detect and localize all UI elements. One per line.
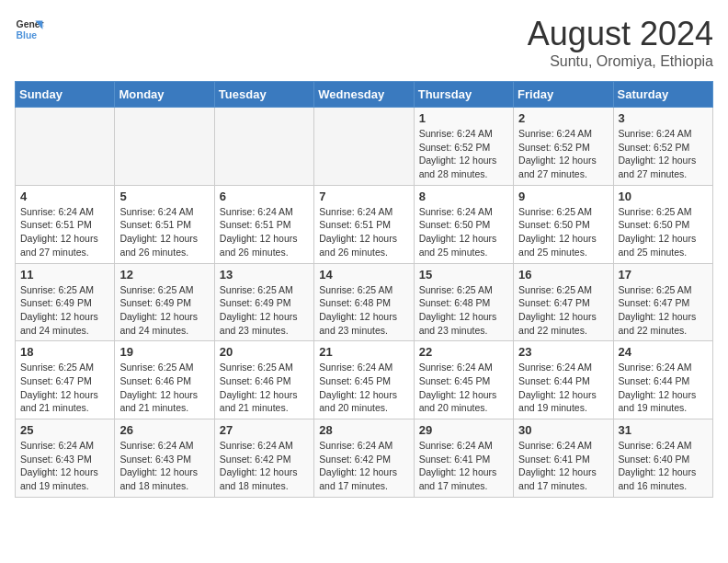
day-info: Sunrise: 6:25 AM Sunset: 6:50 PM Dayligh… bbox=[518, 205, 608, 259]
calendar-cell: 8Sunrise: 6:24 AM Sunset: 6:50 PM Daylig… bbox=[414, 185, 513, 263]
day-number: 3 bbox=[619, 111, 708, 125]
day-number: 20 bbox=[220, 345, 309, 359]
calendar-cell: 16Sunrise: 6:25 AM Sunset: 6:47 PM Dayli… bbox=[514, 263, 613, 341]
day-info: Sunrise: 6:24 AM Sunset: 6:45 PM Dayligh… bbox=[419, 361, 508, 415]
day-info: Sunrise: 6:24 AM Sunset: 6:52 PM Dayligh… bbox=[419, 127, 508, 181]
day-of-week-header: Monday bbox=[115, 82, 214, 108]
day-info: Sunrise: 6:25 AM Sunset: 6:49 PM Dayligh… bbox=[220, 283, 309, 338]
calendar-cell: 17Sunrise: 6:25 AM Sunset: 6:47 PM Dayli… bbox=[613, 263, 712, 341]
day-number: 8 bbox=[419, 190, 508, 203]
day-number: 23 bbox=[518, 345, 608, 359]
day-info: Sunrise: 6:24 AM Sunset: 6:52 PM Dayligh… bbox=[619, 127, 708, 181]
calendar-cell: 24Sunrise: 6:24 AM Sunset: 6:44 PM Dayli… bbox=[613, 341, 712, 419]
day-number: 13 bbox=[220, 268, 309, 282]
day-number: 11 bbox=[20, 268, 109, 282]
day-of-week-header: Saturday bbox=[613, 82, 712, 108]
day-info: Sunrise: 6:24 AM Sunset: 6:44 PM Dayligh… bbox=[518, 361, 608, 415]
day-info: Sunrise: 6:25 AM Sunset: 6:47 PM Dayligh… bbox=[20, 361, 109, 415]
day-number: 27 bbox=[220, 423, 309, 437]
calendar-cell: 28Sunrise: 6:24 AM Sunset: 6:42 PM Dayli… bbox=[314, 419, 414, 498]
day-info: Sunrise: 6:24 AM Sunset: 6:45 PM Dayligh… bbox=[319, 361, 408, 415]
calendar-cell: 29Sunrise: 6:24 AM Sunset: 6:41 PM Dayli… bbox=[414, 419, 513, 498]
day-number: 9 bbox=[518, 190, 608, 203]
day-info: Sunrise: 6:24 AM Sunset: 6:43 PM Dayligh… bbox=[20, 439, 109, 493]
calendar-cell: 4Sunrise: 6:24 AM Sunset: 6:51 PM Daylig… bbox=[16, 185, 115, 263]
day-of-week-header: Friday bbox=[514, 82, 613, 108]
day-number: 5 bbox=[119, 190, 209, 203]
calendar-cell: 6Sunrise: 6:24 AM Sunset: 6:51 PM Daylig… bbox=[214, 185, 313, 263]
svg-text:Blue: Blue bbox=[17, 30, 38, 40]
calendar-cell: 7Sunrise: 6:24 AM Sunset: 6:51 PM Daylig… bbox=[314, 185, 414, 263]
calendar-cell: 10Sunrise: 6:25 AM Sunset: 6:50 PM Dayli… bbox=[613, 185, 712, 263]
day-info: Sunrise: 6:25 AM Sunset: 6:50 PM Dayligh… bbox=[619, 205, 708, 259]
calendar-cell: 1Sunrise: 6:24 AM Sunset: 6:52 PM Daylig… bbox=[414, 108, 513, 186]
calendar-cell: 11Sunrise: 6:25 AM Sunset: 6:49 PM Dayli… bbox=[16, 263, 115, 341]
day-number: 25 bbox=[20, 423, 109, 437]
calendar-cell bbox=[214, 108, 313, 186]
day-info: Sunrise: 6:25 AM Sunset: 6:47 PM Dayligh… bbox=[518, 283, 608, 338]
day-number: 1 bbox=[419, 111, 508, 125]
day-number: 17 bbox=[619, 268, 708, 282]
logo-icon: General Blue bbox=[15, 15, 44, 44]
day-number: 6 bbox=[220, 190, 309, 203]
day-info: Sunrise: 6:25 AM Sunset: 6:49 PM Dayligh… bbox=[119, 283, 209, 338]
day-number: 24 bbox=[619, 345, 708, 359]
calendar-cell: 19Sunrise: 6:25 AM Sunset: 6:46 PM Dayli… bbox=[115, 341, 214, 419]
calendar-cell: 23Sunrise: 6:24 AM Sunset: 6:44 PM Dayli… bbox=[514, 341, 613, 419]
day-info: Sunrise: 6:24 AM Sunset: 6:42 PM Dayligh… bbox=[220, 439, 309, 493]
day-number: 16 bbox=[518, 268, 608, 282]
day-info: Sunrise: 6:24 AM Sunset: 6:51 PM Dayligh… bbox=[119, 205, 209, 259]
day-info: Sunrise: 6:24 AM Sunset: 6:50 PM Dayligh… bbox=[419, 205, 508, 259]
calendar-cell: 31Sunrise: 6:24 AM Sunset: 6:40 PM Dayli… bbox=[613, 419, 712, 498]
day-number: 28 bbox=[319, 423, 408, 437]
day-number: 12 bbox=[119, 268, 209, 282]
day-of-week-header: Sunday bbox=[16, 82, 115, 108]
calendar-cell: 12Sunrise: 6:25 AM Sunset: 6:49 PM Dayli… bbox=[115, 263, 214, 341]
calendar-cell: 15Sunrise: 6:25 AM Sunset: 6:48 PM Dayli… bbox=[414, 263, 513, 341]
calendar-table: SundayMondayTuesdayWednesdayThursdayFrid… bbox=[15, 81, 713, 498]
day-of-week-header: Tuesday bbox=[214, 82, 313, 108]
day-number: 21 bbox=[319, 345, 408, 359]
day-info: Sunrise: 6:25 AM Sunset: 6:49 PM Dayligh… bbox=[20, 283, 109, 338]
calendar-cell bbox=[115, 108, 214, 186]
day-info: Sunrise: 6:25 AM Sunset: 6:46 PM Dayligh… bbox=[119, 361, 209, 415]
day-number: 30 bbox=[518, 423, 608, 437]
day-info: Sunrise: 6:24 AM Sunset: 6:41 PM Dayligh… bbox=[419, 439, 508, 493]
calendar-cell: 18Sunrise: 6:25 AM Sunset: 6:47 PM Dayli… bbox=[16, 341, 115, 419]
calendar-cell: 22Sunrise: 6:24 AM Sunset: 6:45 PM Dayli… bbox=[414, 341, 513, 419]
day-number: 10 bbox=[619, 190, 708, 203]
day-info: Sunrise: 6:24 AM Sunset: 6:44 PM Dayligh… bbox=[619, 361, 708, 415]
calendar-cell: 3Sunrise: 6:24 AM Sunset: 6:52 PM Daylig… bbox=[613, 108, 712, 186]
location: Suntu, Oromiya, Ethiopia bbox=[528, 53, 713, 70]
day-number: 31 bbox=[619, 423, 708, 437]
day-number: 19 bbox=[119, 345, 209, 359]
calendar-cell: 9Sunrise: 6:25 AM Sunset: 6:50 PM Daylig… bbox=[514, 185, 613, 263]
day-info: Sunrise: 6:24 AM Sunset: 6:51 PM Dayligh… bbox=[20, 205, 109, 259]
day-number: 2 bbox=[518, 111, 608, 125]
day-info: Sunrise: 6:24 AM Sunset: 6:51 PM Dayligh… bbox=[220, 205, 309, 259]
day-number: 29 bbox=[419, 423, 508, 437]
calendar-cell: 30Sunrise: 6:24 AM Sunset: 6:41 PM Dayli… bbox=[514, 419, 613, 498]
day-info: Sunrise: 6:24 AM Sunset: 6:51 PM Dayligh… bbox=[319, 205, 408, 259]
calendar-cell: 5Sunrise: 6:24 AM Sunset: 6:51 PM Daylig… bbox=[115, 185, 214, 263]
day-info: Sunrise: 6:24 AM Sunset: 6:42 PM Dayligh… bbox=[319, 439, 408, 493]
day-info: Sunrise: 6:25 AM Sunset: 6:48 PM Dayligh… bbox=[319, 283, 408, 338]
calendar-cell: 26Sunrise: 6:24 AM Sunset: 6:43 PM Dayli… bbox=[115, 419, 214, 498]
calendar-cell: 25Sunrise: 6:24 AM Sunset: 6:43 PM Dayli… bbox=[16, 419, 115, 498]
month-title: August 2024 bbox=[528, 15, 713, 53]
day-info: Sunrise: 6:25 AM Sunset: 6:47 PM Dayligh… bbox=[619, 283, 708, 338]
logo: General Blue bbox=[15, 15, 44, 44]
day-number: 7 bbox=[319, 190, 408, 203]
day-info: Sunrise: 6:24 AM Sunset: 6:52 PM Dayligh… bbox=[518, 127, 608, 181]
day-info: Sunrise: 6:24 AM Sunset: 6:43 PM Dayligh… bbox=[119, 439, 209, 493]
day-number: 18 bbox=[20, 345, 109, 359]
calendar-cell bbox=[16, 108, 115, 186]
day-info: Sunrise: 6:24 AM Sunset: 6:41 PM Dayligh… bbox=[518, 439, 608, 493]
calendar-cell: 2Sunrise: 6:24 AM Sunset: 6:52 PM Daylig… bbox=[514, 108, 613, 186]
day-number: 4 bbox=[20, 190, 109, 203]
day-number: 22 bbox=[419, 345, 508, 359]
day-info: Sunrise: 6:24 AM Sunset: 6:40 PM Dayligh… bbox=[619, 439, 708, 493]
day-of-week-header: Wednesday bbox=[314, 82, 414, 108]
calendar-cell: 14Sunrise: 6:25 AM Sunset: 6:48 PM Dayli… bbox=[314, 263, 414, 341]
page-header: General Blue August 2024 Suntu, Oromiya,… bbox=[15, 15, 713, 70]
